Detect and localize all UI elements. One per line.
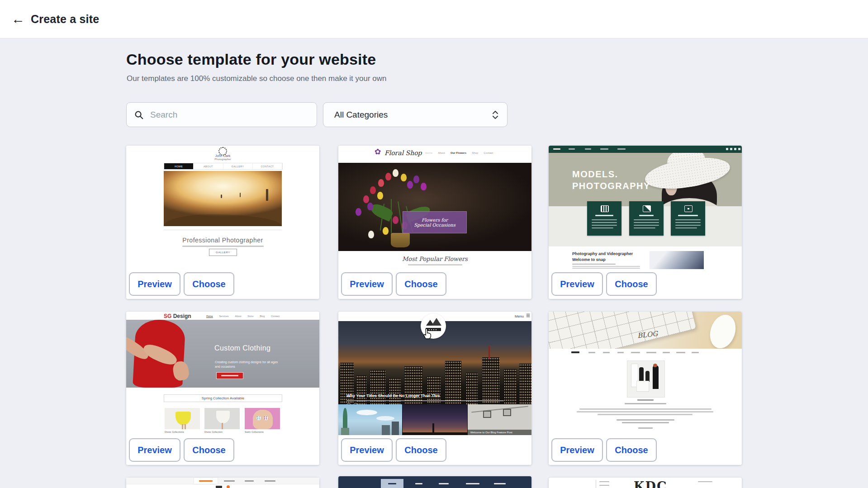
thumb-hero-title-line1: MODELS. (572, 169, 618, 180)
thumb-nav-item: Contact (271, 315, 280, 318)
preview-button[interactable]: Preview (551, 272, 603, 296)
brand-rest: Design (171, 313, 191, 319)
card-footer: Preview Choose (126, 435, 319, 465)
logo-fragment (227, 485, 230, 488)
preview-button[interactable]: Preview (341, 272, 393, 296)
choose-button[interactable]: Choose (606, 438, 657, 462)
thumb-hero-banner: Flowers for Special Occasions (403, 211, 467, 233)
text-bar (577, 411, 713, 412)
preview-button[interactable]: Preview (551, 438, 603, 462)
thumb-nav-about: ABOUT (194, 163, 223, 169)
banner-line: Special Occasions (414, 223, 455, 227)
thumb-hero-title: Why Your Titles Should Be No Longer Than… (346, 393, 440, 398)
dress-shape (216, 411, 230, 423)
person-shape (653, 365, 659, 389)
template-thumbnail-photographer: John Clark Photographer HOME ABOUT GALLE… (126, 146, 319, 269)
text-bar (637, 399, 654, 401)
text-bar (622, 422, 669, 423)
text-bar (599, 481, 609, 482)
preview-button[interactable]: Preview (129, 272, 180, 296)
preview-button[interactable]: Preview (129, 438, 180, 462)
card-footer: Preview Choose (338, 269, 531, 299)
choose-button[interactable]: Choose (396, 438, 446, 462)
building-shape (382, 425, 390, 435)
vase-shape (391, 233, 410, 247)
product-caption: Swim Collections (245, 431, 280, 433)
hamburger-icon: ☰ (526, 313, 530, 318)
thumb-hero-gray: Custom Clothing Creating custom clothing… (126, 320, 319, 388)
dress-shape (175, 412, 191, 425)
gallery-photo-statue-of-liberty (338, 404, 403, 435)
active-tab (194, 478, 218, 484)
text-bar (625, 403, 666, 404)
section-heading: Choose template for your website (126, 51, 376, 68)
text-bar (600, 148, 608, 150)
preview-button[interactable]: Preview (341, 438, 393, 462)
section-subheading: Our templates are 100% customizable so c… (127, 74, 387, 83)
desk-shape (636, 381, 649, 392)
back-button[interactable]: ← (8, 9, 28, 29)
gallery-photo-night-sky (403, 404, 467, 435)
gondola-shape (483, 411, 491, 418)
mouse-shape (706, 312, 740, 349)
search-box[interactable] (126, 102, 317, 127)
thumb-collection-banner: Spring Collection Available (164, 394, 282, 402)
thumb-logo-name: John Clark (126, 154, 319, 157)
person-shape (645, 371, 650, 382)
gondola-shape (503, 409, 511, 416)
text-bar (408, 264, 462, 265)
updown-chevron-icon (492, 110, 499, 120)
text-bar (599, 485, 609, 486)
thumb-article-photo (627, 360, 665, 398)
thumb-hero-desk-photo: BLOG (549, 312, 742, 349)
thumb-red-cta-button (216, 372, 243, 379)
text-bar (598, 414, 693, 415)
search-input[interactable] (149, 109, 300, 120)
text-bar (676, 352, 685, 353)
template-card-row3-tabs (126, 478, 319, 488)
category-dropdown[interactable]: All Categories (323, 102, 508, 127)
gallery-caption: Welcome to Our Blog Feature Post (470, 431, 512, 434)
category-selected-value: All Categories (334, 110, 388, 120)
choose-button[interactable]: Choose (184, 272, 234, 296)
text-bar (466, 483, 479, 484)
thumb-hero-sunset-field-photo (164, 171, 282, 226)
cloud-shape (356, 410, 377, 415)
thumb-site-title: Professional Photographer (126, 237, 319, 244)
template-card-photographer: John Clark Photographer HOME ABOUT GALLE… (126, 146, 319, 299)
camera-icon (684, 205, 693, 212)
text-bar (182, 246, 264, 247)
thumb-nav-item: About (235, 315, 241, 318)
choose-button[interactable]: Choose (184, 438, 234, 462)
text-bar (638, 427, 653, 429)
text-bar (692, 352, 699, 353)
person-shape (639, 367, 644, 383)
thumb-tab-bar (126, 478, 319, 484)
text-bar (199, 480, 213, 482)
leg-shape (182, 424, 183, 429)
cable-line (471, 406, 528, 412)
statue-base-shape (341, 428, 349, 435)
card-footer: Preview Choose (549, 435, 742, 465)
product-photo-yellow-dress (165, 408, 200, 429)
social-icon (730, 148, 732, 150)
social-icon (726, 148, 728, 150)
template-card-keyboard-blog: BLOG (549, 312, 742, 465)
choose-button[interactable]: Choose (396, 272, 446, 296)
feature-card-videography (587, 201, 621, 236)
antenna-shape (489, 346, 490, 359)
card-footer: Preview Choose (549, 269, 742, 299)
choose-button[interactable]: Choose (606, 272, 657, 296)
thumb-hero-text: and occasions (215, 365, 235, 368)
thumb-hero-title: Custom Clothing (214, 344, 270, 352)
back-arrow-icon: ← (11, 11, 25, 27)
feature-card-photography (671, 201, 705, 236)
bikini-shape (264, 416, 268, 420)
thumb-nav-bar: Home About Our Flowers Shop Contact (425, 152, 493, 154)
torso-shape (253, 410, 273, 429)
thumb-brand: Floral Shop (384, 149, 422, 156)
template-thumbnail-travel-blog: Menu ☰ Why Your Titles Should Be No Long… (338, 312, 531, 435)
text-bar (631, 352, 640, 353)
thumb-nav-item: Our Flowers (451, 152, 466, 154)
text-bar (221, 375, 238, 376)
